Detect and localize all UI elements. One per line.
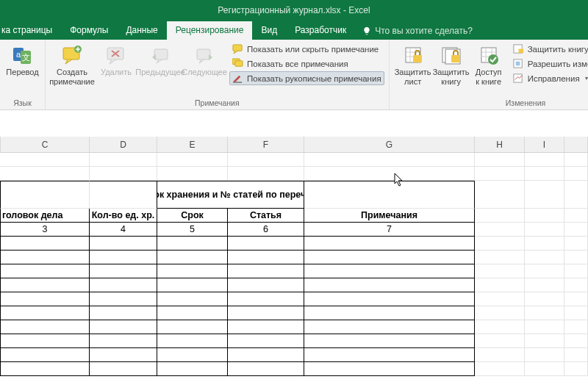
delete-comment-button[interactable]: Удалить — [94, 42, 138, 77]
hdr-col1: головок дела — [0, 209, 90, 223]
title-bar: Регистрационный журнал.xlsx - Excel — [0, 0, 588, 21]
show-hide-comment-button[interactable]: Показать или скрыть примечание — [229, 42, 384, 56]
tell-me-search[interactable]: Что вы хотите сделать? — [355, 22, 480, 40]
show-ink-comments-button[interactable]: Показать рукописные примечания — [229, 71, 384, 85]
tell-me-label: Что вы хотите сделать? — [375, 26, 473, 36]
tab-developer[interactable]: Разработчик — [286, 21, 355, 40]
show-hide-label: Показать или скрыть примечание — [247, 45, 379, 54]
merged-header: Срок хранения и № статей по перечню — [157, 181, 304, 209]
ribbon-tabs: ка страницы Формулы Данные Рецензировани… — [0, 21, 588, 40]
col-header-d[interactable]: D — [90, 137, 157, 152]
col-header-f[interactable]: F — [228, 137, 304, 152]
protect-sheet-label: Защитить лист — [395, 68, 431, 86]
protect-workbook-button[interactable]: Защитить книгу — [432, 42, 470, 86]
col-header-e[interactable]: E — [157, 137, 228, 152]
ink-icon — [232, 73, 243, 84]
num-3: 3 — [0, 223, 90, 237]
protect-workbook-label: Защитить книгу — [433, 68, 470, 86]
svg-text:文: 文 — [21, 53, 29, 62]
next-label: Следующее — [182, 68, 227, 77]
previous-label: Предыдущее — [135, 68, 184, 77]
svg-point-19 — [488, 54, 498, 65]
hdr-col4: Статья — [228, 209, 304, 223]
svg-rect-21 — [518, 49, 523, 54]
protect-share-label: Защитить книгу и дать общий д — [528, 45, 588, 54]
hdr-col2: Кол-во ед. хр. — [90, 209, 157, 223]
spreadsheet: C D E F G H I Срок хранения и № статей п… — [0, 137, 588, 376]
svg-rect-12 — [233, 82, 242, 83]
group-changes: Защитить лист Защитить книгу Доступ к кн… — [390, 40, 588, 109]
tab-data[interactable]: Данные — [117, 21, 166, 40]
svg-rect-24 — [514, 74, 522, 82]
show-all-comments-button[interactable]: Показать все примечания — [229, 57, 384, 71]
delete-comment-icon — [104, 43, 128, 67]
previous-comment-button[interactable]: Предыдущее — [138, 42, 182, 77]
col-header-h[interactable]: H — [475, 137, 525, 152]
translate-label: Перевод — [6, 68, 38, 77]
protect-and-share-button[interactable]: Защитить книгу и дать общий д — [510, 42, 588, 56]
allow-ranges-label: Разрешить изменение диапазон — [528, 60, 588, 68]
new-comment-label: Создать примечание — [49, 68, 95, 86]
new-comment-button[interactable]: Создать примечание — [50, 42, 94, 86]
col-header-g[interactable]: G — [304, 137, 475, 152]
col-header-c[interactable]: C — [0, 137, 90, 152]
show-all-label: Показать все примечания — [247, 60, 348, 68]
translate-button[interactable]: a文 Перевод — [4, 42, 40, 77]
next-icon — [193, 43, 216, 67]
group-language: a文 Перевод Язык — [0, 40, 46, 109]
num-7: 7 — [304, 223, 475, 237]
col-header-i[interactable]: I — [525, 137, 564, 152]
track-changes-label: Исправления — [528, 74, 580, 83]
track-changes-icon — [513, 73, 524, 84]
svg-rect-9 — [233, 45, 242, 51]
svg-rect-23 — [515, 62, 520, 66]
file-name: Регистрационный журнал.xlsx — [218, 5, 340, 15]
group-language-label: Язык — [4, 97, 40, 109]
svg-rect-7 — [154, 49, 168, 60]
tab-review[interactable]: Рецензирование — [167, 21, 253, 40]
protect-sheet-button[interactable]: Защитить лист — [394, 42, 432, 86]
group-changes-label: Изменения — [394, 97, 588, 109]
svg-rect-11 — [235, 61, 243, 67]
comment-icon — [232, 43, 243, 54]
svg-rect-8 — [197, 49, 210, 60]
grid[interactable]: Срок хранения и № статей по перечню голо… — [0, 153, 588, 376]
share-workbook-button[interactable]: Доступ к книге — [470, 42, 507, 86]
column-headers: C D E F G H I — [0, 137, 588, 153]
previous-icon — [148, 43, 172, 67]
ranges-icon — [513, 58, 524, 69]
track-changes-button[interactable]: Исправления ▾ — [510, 71, 588, 85]
lock-share-icon — [513, 43, 524, 54]
group-comments-label: Примечания — [50, 97, 384, 109]
formula-bar-area — [0, 110, 588, 137]
app-name: Excel — [348, 5, 370, 15]
tab-formulas[interactable]: Формулы — [61, 21, 117, 40]
hdr-col5: Примечания — [304, 209, 475, 223]
tab-view[interactable]: Вид — [252, 21, 286, 40]
hdr-col3: Срок — [157, 209, 228, 223]
num-5: 5 — [157, 223, 228, 237]
dropdown-icon: ▾ — [585, 75, 588, 82]
protect-workbook-icon — [440, 43, 463, 67]
allow-edit-ranges-button[interactable]: Разрешить изменение диапазон — [510, 57, 588, 71]
group-comments: Создать примечание Удалить Предыдущее Сл… — [46, 40, 390, 109]
ribbon: a文 Перевод Язык Создать примечание Удали… — [0, 40, 588, 110]
new-comment-icon — [60, 43, 84, 67]
svg-rect-17 — [451, 55, 460, 62]
comments-icon — [232, 58, 243, 69]
delete-comment-label: Удалить — [101, 68, 132, 77]
svg-text:a: a — [15, 50, 21, 59]
show-ink-label: Показать рукописные примечания — [247, 74, 381, 83]
next-comment-button[interactable]: Следующее — [182, 42, 226, 77]
svg-rect-14 — [413, 55, 422, 62]
translate-icon: a文 — [11, 43, 35, 67]
share-label: Доступ к книге — [476, 68, 502, 86]
tab-page-layout[interactable]: ка страницы — [0, 21, 61, 40]
num-4: 4 — [90, 223, 157, 237]
num-6: 6 — [228, 223, 304, 237]
col-header-j[interactable] — [564, 137, 588, 152]
lightbulb-icon — [362, 26, 371, 35]
share-icon — [477, 43, 501, 67]
protect-sheet-icon — [401, 43, 425, 67]
